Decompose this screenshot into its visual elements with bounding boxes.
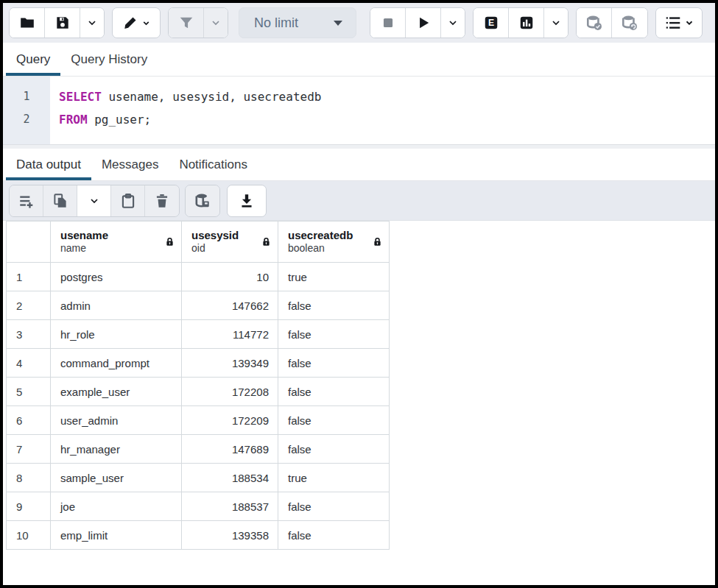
tab-query-history[interactable]: Query History bbox=[60, 43, 158, 76]
data-cell-usesysid[interactable]: 188534 bbox=[182, 464, 278, 492]
paste-button[interactable] bbox=[111, 185, 145, 216]
table-row: 3hr_role114772false bbox=[7, 320, 390, 349]
data-cell-usename[interactable]: hr_manager bbox=[51, 435, 182, 464]
save-file-button[interactable] bbox=[45, 8, 80, 38]
execute-button[interactable] bbox=[406, 8, 441, 38]
row-number-cell[interactable]: 10 bbox=[7, 521, 51, 550]
rollback-button[interactable] bbox=[612, 8, 647, 38]
explain-analyze-icon bbox=[518, 15, 535, 31]
row-number-cell[interactable]: 5 bbox=[7, 378, 51, 406]
editor-tabbar: Query Query History bbox=[3, 43, 715, 77]
data-cell-usesysid[interactable]: 172209 bbox=[182, 406, 278, 435]
row-limit-select[interactable]: No limit bbox=[239, 7, 356, 38]
column-header-usename[interactable]: usenamename bbox=[51, 222, 182, 263]
row-number-header[interactable] bbox=[7, 222, 51, 263]
chevron-down-icon bbox=[684, 18, 694, 28]
data-cell-usename[interactable]: sample_user bbox=[51, 464, 182, 492]
data-cell-usesysid[interactable]: 139358 bbox=[182, 521, 278, 550]
data-cell-usecreatedb[interactable]: false bbox=[278, 406, 390, 435]
lock-icon bbox=[261, 236, 272, 247]
line-number: 2 bbox=[3, 108, 50, 131]
row-number-cell[interactable]: 4 bbox=[7, 349, 51, 378]
filter-options-dropdown[interactable] bbox=[204, 8, 228, 38]
save-data-changes-button[interactable] bbox=[186, 185, 219, 216]
add-row-button[interactable] bbox=[10, 185, 43, 216]
data-cell-usename[interactable]: example_user bbox=[51, 378, 182, 406]
explain-icon: E bbox=[483, 15, 499, 31]
sql-code-area[interactable]: SELECT usename, usesysid, usecreatedb FR… bbox=[50, 77, 715, 144]
copy-options-dropdown[interactable] bbox=[77, 185, 111, 216]
data-cell-usesysid[interactable]: 10 bbox=[182, 263, 278, 291]
tab-query[interactable]: Query bbox=[6, 43, 60, 76]
lock-icon bbox=[372, 236, 383, 247]
data-cell-usename[interactable]: postgres bbox=[51, 263, 182, 291]
tab-data-output[interactable]: Data output bbox=[6, 149, 91, 180]
data-cell-usecreatedb[interactable]: false bbox=[278, 320, 390, 349]
row-number-cell[interactable]: 2 bbox=[7, 291, 51, 320]
row-number-cell[interactable]: 7 bbox=[7, 435, 51, 464]
row-number-cell[interactable]: 3 bbox=[7, 320, 51, 349]
data-cell-usesysid[interactable]: 147689 bbox=[182, 435, 278, 464]
table-row: 2admin147662false bbox=[7, 291, 390, 320]
svg-text:E: E bbox=[488, 18, 493, 28]
row-number-cell[interactable]: 1 bbox=[7, 263, 51, 291]
row-number-cell[interactable]: 6 bbox=[7, 406, 51, 435]
table-row: 4command_prompt139349false bbox=[7, 349, 390, 378]
edit-dropdown-button[interactable] bbox=[113, 8, 160, 38]
explain-analyze-button[interactable] bbox=[509, 8, 544, 38]
data-cell-usesysid[interactable]: 139349 bbox=[182, 349, 278, 378]
copy-button[interactable] bbox=[43, 185, 77, 216]
column-type: oid bbox=[191, 242, 239, 255]
data-cell-usename[interactable]: command_prompt bbox=[51, 349, 182, 378]
save-options-dropdown[interactable] bbox=[80, 8, 104, 38]
open-file-button[interactable] bbox=[10, 8, 45, 38]
data-cell-usecreatedb[interactable]: false bbox=[278, 435, 390, 464]
column-header-usesysid[interactable]: usesysidoid bbox=[182, 222, 278, 263]
data-cell-usecreatedb[interactable]: false bbox=[278, 492, 390, 521]
paste-icon bbox=[119, 192, 137, 210]
edit-pencil-icon bbox=[122, 15, 138, 31]
sql-text: pg_user; bbox=[88, 113, 152, 127]
data-cell-usename[interactable]: hr_role bbox=[51, 320, 182, 349]
tab-notifications[interactable]: Notifications bbox=[169, 149, 258, 180]
data-cell-usecreatedb[interactable]: true bbox=[278, 464, 390, 492]
data-cell-usesysid[interactable]: 188537 bbox=[182, 492, 278, 521]
data-cell-usecreatedb[interactable]: true bbox=[278, 263, 390, 291]
data-cell-usename[interactable]: emp_limit bbox=[51, 521, 182, 550]
filter-button[interactable] bbox=[169, 8, 204, 38]
chevron-down-icon bbox=[86, 17, 98, 29]
data-cell-usecreatedb[interactable]: false bbox=[278, 349, 390, 378]
data-cell-usecreatedb[interactable]: false bbox=[278, 378, 390, 406]
data-cell-usename[interactable]: admin bbox=[51, 291, 182, 320]
table-row: 6user_admin172209false bbox=[7, 406, 390, 435]
column-header-usecreatedb[interactable]: usecreatedbboolean bbox=[278, 222, 390, 263]
lock-icon bbox=[164, 236, 175, 247]
column-type: name bbox=[60, 242, 108, 255]
stop-button[interactable] bbox=[370, 8, 406, 38]
tab-data-output-label: Data output bbox=[16, 157, 81, 172]
macro-dropdown-button[interactable] bbox=[656, 8, 702, 38]
data-cell-usesysid[interactable]: 114772 bbox=[182, 320, 278, 349]
data-cell-usesysid[interactable]: 147662 bbox=[182, 291, 278, 320]
add-row-icon bbox=[18, 192, 35, 210]
row-number-cell[interactable]: 8 bbox=[7, 464, 51, 492]
chevron-down-icon bbox=[141, 18, 151, 28]
commit-button[interactable] bbox=[577, 8, 612, 38]
explain-button[interactable]: E bbox=[474, 8, 509, 38]
download-button[interactable] bbox=[228, 185, 266, 216]
explain-options-dropdown[interactable] bbox=[544, 8, 568, 38]
data-cell-usename[interactable]: user_admin bbox=[51, 406, 182, 435]
data-cell-usesysid[interactable]: 172208 bbox=[182, 378, 278, 406]
data-output-panel: usenamenameusesysidoidusecreatedbboolean… bbox=[3, 221, 715, 585]
column-name: usename bbox=[60, 229, 108, 242]
explain-button-group: E bbox=[473, 7, 569, 38]
execute-options-dropdown[interactable] bbox=[441, 8, 465, 38]
copy-icon bbox=[52, 192, 69, 210]
data-cell-usename[interactable]: joe bbox=[51, 492, 182, 521]
execute-play-icon bbox=[415, 15, 432, 31]
row-number-cell[interactable]: 9 bbox=[7, 492, 51, 521]
data-cell-usecreatedb[interactable]: false bbox=[278, 291, 390, 320]
tab-messages[interactable]: Messages bbox=[91, 149, 169, 180]
delete-row-button[interactable] bbox=[145, 185, 179, 216]
data-cell-usecreatedb[interactable]: false bbox=[278, 521, 390, 550]
